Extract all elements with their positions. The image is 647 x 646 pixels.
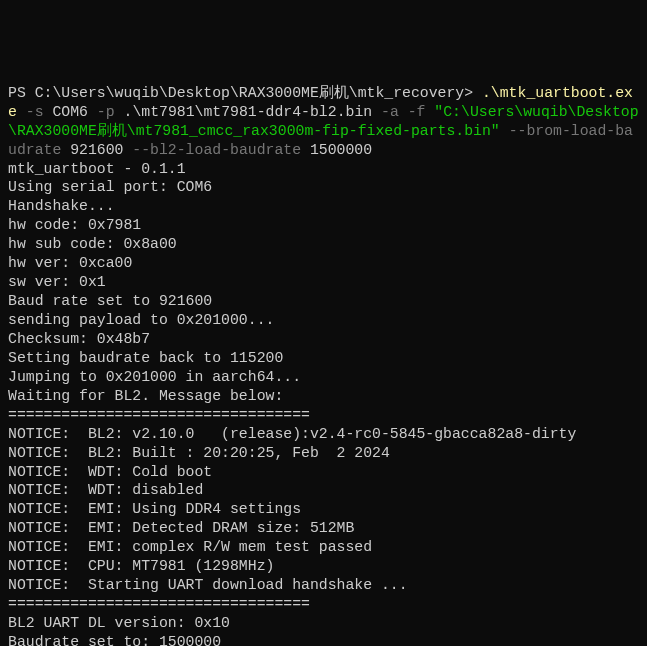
arg-p: .\mt7981\mt7981-ddr4-bl2.bin <box>124 104 373 120</box>
terminal-output[interactable]: PS C:\Users\wuqib\Desktop\RAX3000ME刷机\mt… <box>8 84 639 646</box>
output-line: mtk_uartboot - 0.1.1 <box>8 161 186 177</box>
output-line: NOTICE: EMI: complex R/W mem test passed <box>8 539 372 555</box>
flag-bl2: --bl2-load-baudrate <box>132 142 301 158</box>
output-line: hw code: 0x7981 <box>8 217 141 233</box>
output-line: Waiting for BL2. Message below: <box>8 388 283 404</box>
output-line: hw sub code: 0x8a00 <box>8 236 177 252</box>
output-line: NOTICE: WDT: disabled <box>8 482 203 498</box>
flag-s: -s <box>26 104 44 120</box>
output-line: Jumping to 0x201000 in aarch64... <box>8 369 301 385</box>
output-line: Handshake... <box>8 198 115 214</box>
output-line: NOTICE: BL2: v2.10.0 (release):v2.4-rc0-… <box>8 426 576 442</box>
output-line: ================================== <box>8 407 310 423</box>
output-line: NOTICE: CPU: MT7981 (1298MHz) <box>8 558 274 574</box>
output-line: sending payload to 0x201000... <box>8 312 274 328</box>
output-line: sw ver: 0x1 <box>8 274 106 290</box>
output-line: Baud rate set to 921600 <box>8 293 212 309</box>
arg-brom: 921600 <box>70 142 123 158</box>
arg-s: COM6 <box>52 104 88 120</box>
output-line: Baudrate set to: 1500000 <box>8 634 221 646</box>
output-line: NOTICE: EMI: Using DDR4 settings <box>8 501 301 517</box>
output-line: Checksum: 0x48b7 <box>8 331 150 347</box>
arg-bl2: 1500000 <box>310 142 372 158</box>
output-line: NOTICE: BL2: Built : 20:20:25, Feb 2 202… <box>8 445 390 461</box>
output-line: NOTICE: EMI: Detected DRAM size: 512MB <box>8 520 354 536</box>
flag-f: -f <box>408 104 426 120</box>
output-line: Setting baudrate back to 115200 <box>8 350 283 366</box>
output-line: Using serial port: COM6 <box>8 179 212 195</box>
ps-prompt: PS C:\Users\wuqib\Desktop\RAX3000ME刷机\mt… <box>8 85 482 101</box>
output-line: BL2 UART DL version: 0x10 <box>8 615 230 631</box>
flag-a: -a <box>381 104 399 120</box>
output-line: NOTICE: Starting UART download handshake… <box>8 577 408 593</box>
output-line: hw ver: 0xca00 <box>8 255 132 271</box>
output-line: ================================== <box>8 596 310 612</box>
output-line: NOTICE: WDT: Cold boot <box>8 464 212 480</box>
flag-p: -p <box>97 104 115 120</box>
